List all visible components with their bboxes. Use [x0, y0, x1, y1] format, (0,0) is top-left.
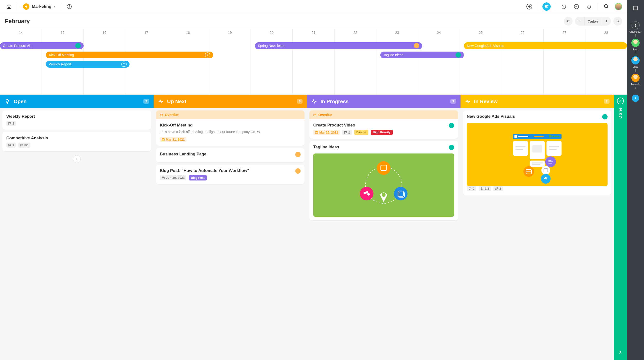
svg-point-48 [394, 187, 408, 200]
zoom-in-button[interactable]: + [602, 17, 611, 26]
svg-rect-54 [518, 136, 528, 137]
done-column-collapsed[interactable]: ✓ Done 3 [614, 95, 627, 360]
day-number: 16 [84, 31, 125, 35]
column-title: In Review [474, 99, 600, 104]
bell-icon[interactable] [585, 3, 593, 11]
svg-rect-58 [513, 141, 528, 156]
svg-point-2 [69, 5, 70, 6]
add-card-button[interactable]: + [73, 155, 81, 163]
task-card[interactable]: Blog Post: "How to Automate Your Workflo… [156, 165, 305, 184]
svg-rect-33 [314, 114, 316, 116]
sort-icon[interactable] [564, 17, 572, 26]
top-toolbar: Marketing ▾ [0, 0, 627, 13]
search-icon[interactable] [602, 3, 610, 11]
calendar-event[interactable]: Kick-Off Meeting? [46, 52, 213, 58]
svg-rect-78 [481, 189, 482, 190]
day-number: 18 [167, 31, 209, 35]
user-avatar [631, 39, 640, 47]
card-title: Competitive Analysis [6, 136, 147, 141]
zoom-out-button[interactable]: − [575, 17, 584, 26]
card-thumbnail [313, 154, 454, 217]
today-button[interactable]: Today [584, 17, 602, 26]
calendar-event[interactable]: Create Product Vi... [0, 42, 84, 49]
user-avatar [631, 74, 640, 82]
calendar-event[interactable]: Spring Newsletter [255, 42, 422, 49]
check-circle-icon[interactable] [572, 3, 580, 11]
rail-user[interactable]: Alan 3 [630, 39, 642, 55]
svg-point-45 [364, 192, 366, 194]
link-count: 3 [493, 186, 503, 191]
kanban-board: Open 2Weekly Report 1Competitive Analysi… [0, 95, 627, 360]
column-header[interactable]: Up Next 3 [154, 95, 307, 108]
check-icon: ✓ [617, 98, 624, 104]
svg-point-42 [377, 161, 390, 175]
svg-rect-66 [530, 161, 544, 167]
day-number: 27 [544, 31, 585, 35]
rail-user[interactable]: Amanda 1 [630, 74, 642, 90]
roadmap-icon[interactable] [542, 3, 551, 11]
task-card[interactable]: Weekly Report 1 [2, 110, 151, 130]
card-title: Weekly Report [6, 114, 147, 119]
event-label: Tagline Ideas [383, 53, 404, 57]
card-title: Tagline Ideas [313, 145, 447, 150]
day-number: 22 [335, 31, 376, 35]
comment-count: 2 [467, 186, 476, 191]
column-header[interactable]: Open 2 [0, 95, 154, 108]
board-column: In Review 2New Google Ads Visuals [460, 95, 614, 360]
done-label: Done [618, 107, 623, 119]
day-number: 15 [42, 31, 83, 35]
calendar-event[interactable]: Tagline Ideas [380, 52, 464, 58]
workspace-selector[interactable]: Marketing ▾ [21, 3, 57, 11]
date-range-control: − Today + [575, 17, 611, 26]
user-task-count: 3 [635, 34, 636, 37]
column-count: 3 [297, 99, 302, 104]
home-icon[interactable] [5, 3, 13, 11]
user-avatar: ? [631, 21, 640, 30]
user-avatar[interactable] [615, 3, 622, 10]
column-header[interactable]: In Progress 3 [307, 95, 460, 108]
column-header[interactable]: In Review 2 [460, 95, 614, 108]
add-user-button[interactable]: + [632, 95, 639, 102]
calendar-event[interactable]: New Google Ads Visuals [464, 42, 627, 49]
day-number: 25 [460, 31, 502, 35]
chevron-down-icon: ▾ [54, 5, 55, 8]
column-title: In Progress [320, 99, 447, 104]
pulse-icon [158, 99, 164, 104]
task-card[interactable]: Overdue Kick-Off Meeting Let's have a ki… [156, 110, 305, 146]
user-task-count: 1 [635, 86, 636, 90]
svg-point-75 [541, 174, 550, 184]
unassigned-icon: ? [205, 52, 210, 58]
svg-rect-68 [532, 164, 540, 165]
svg-point-70 [541, 166, 550, 175]
task-card[interactable]: Tagline Ideas [309, 141, 458, 220]
add-icon[interactable] [525, 3, 534, 11]
calendar-grid: 141516171819202122232425262728 Create Pr… [0, 29, 627, 95]
task-card[interactable]: Competitive Analysis 10/1 [2, 132, 151, 151]
rail-user[interactable]: Lucy 3 [630, 56, 642, 72]
rail-user[interactable]: ? Unassig… 3 [630, 21, 642, 37]
calendar-title: February [5, 18, 30, 25]
task-card[interactable]: New Google Ads Visuals [463, 110, 612, 195]
pulse-icon [465, 99, 471, 104]
svg-rect-25 [162, 138, 164, 141]
svg-rect-21 [160, 114, 162, 116]
user-task-count: 3 [635, 69, 636, 72]
assignee-avatar [414, 43, 419, 48]
comment-count: 1 [6, 143, 16, 148]
user-avatar [631, 56, 640, 65]
day-number: 21 [292, 31, 334, 35]
svg-rect-57 [552, 136, 560, 137]
task-card[interactable]: Business Landing Page [156, 148, 305, 162]
collapse-icon[interactable] [614, 17, 622, 26]
task-card[interactable]: Overdue Create Product Video Mar 26, 202… [309, 110, 458, 139]
board-column: Up Next 3Overdue Kick-Off Meeting Let's … [154, 95, 307, 360]
column-body: New Google Ads Visuals [460, 108, 614, 360]
timer-icon[interactable] [560, 3, 568, 11]
day-number: 20 [251, 31, 292, 35]
panel-toggle-icon[interactable] [631, 4, 640, 13]
info-icon[interactable] [65, 3, 74, 11]
calendar-event[interactable]: Weekly Report? [46, 61, 130, 68]
comment-count: 1 [6, 121, 16, 126]
user-name: Amanda [631, 83, 640, 86]
workspace-name: Marketing [32, 4, 51, 9]
